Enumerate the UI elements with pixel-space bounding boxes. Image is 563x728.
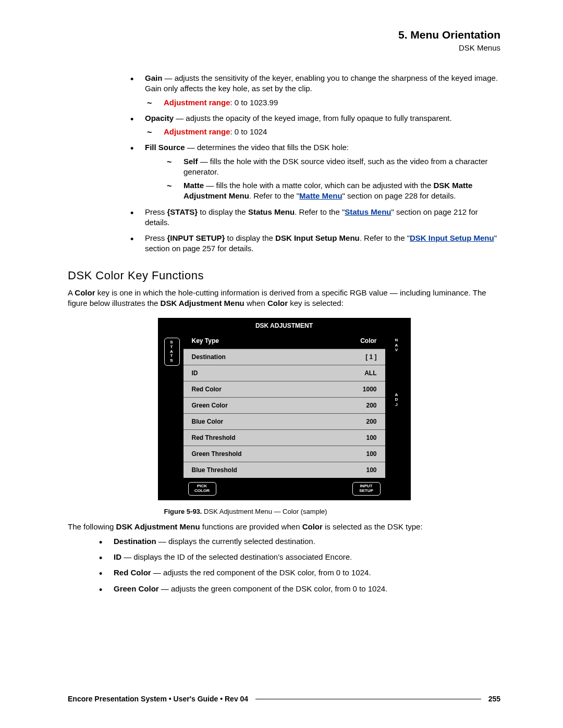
- val: 100: [366, 466, 376, 474]
- caption-text: DSK Adjustment Menu — Color (sample): [202, 508, 327, 515]
- t: Green Color: [114, 584, 159, 593]
- stats-button[interactable]: S T A T S: [164, 338, 180, 366]
- figure-caption: Figure 5-93. DSK Adjustment Menu — Color…: [164, 508, 411, 515]
- lbl: Blue Color: [192, 418, 224, 425]
- p3: . Refer to the ": [360, 233, 410, 242]
- row-id: IDALL: [183, 365, 385, 381]
- desc: — determines the video that fills the DS…: [185, 143, 349, 152]
- p2: to display the: [225, 233, 275, 242]
- bullet-red-color: Red Color — adjusts the red component of…: [99, 567, 500, 578]
- d: — displays the currently selected destin…: [156, 537, 315, 546]
- bullet-destination: Destination — displays the currently sel…: [99, 536, 500, 547]
- d: — adjusts the red component of the DSK c…: [151, 568, 371, 577]
- term: Self: [183, 157, 198, 166]
- t1: A: [68, 288, 75, 297]
- lbl: Red Threshold: [192, 434, 236, 441]
- bullet-list: Gain — adjusts the sensitivity of the ke…: [68, 73, 500, 254]
- t: Destination: [114, 537, 156, 546]
- desc: — fills the hole with the DSK source vid…: [183, 157, 488, 176]
- desc: — adjusts the sensitivity of the keyer, …: [145, 73, 498, 93]
- row-blue-color: Blue Color200: [183, 413, 385, 429]
- footer-text: Encore Presentation System • User's Guid…: [68, 695, 248, 703]
- pick-color-button[interactable]: PICK COLOR: [188, 482, 216, 496]
- val: 100: [366, 434, 376, 441]
- menu-title: DSK ADJUSTMENT: [161, 321, 408, 332]
- b2: DSK Input Setup Menu: [275, 233, 360, 242]
- row-blue-threshold: Blue Threshold100: [183, 462, 385, 478]
- t4: key is selected:: [288, 299, 344, 307]
- bullet-green-color: Green Color — adjusts the green componen…: [99, 584, 500, 594]
- d: — adjusts the green component of the DSK…: [159, 584, 388, 593]
- adj-value: : 0 to 1023.99: [230, 98, 278, 107]
- page-number: 255: [488, 695, 500, 703]
- term: Gain: [145, 73, 162, 82]
- row-green-color: Green Color200: [183, 397, 385, 413]
- p3: is selected as the DSK type:: [323, 522, 423, 531]
- page-header: 5. Menu Orientation DSK Menus: [68, 29, 500, 52]
- lbl: Destination: [192, 353, 226, 361]
- section-intro: A Color key is one in which the hole-cut…: [68, 288, 500, 309]
- lbl: Green Color: [192, 402, 228, 409]
- d2: . Refer to the ": [249, 191, 299, 200]
- p1: Press: [145, 233, 167, 242]
- header-subtitle: DSK Menus: [68, 43, 500, 52]
- fill-matte: Matte — fills the hole with a matte colo…: [145, 180, 500, 202]
- p1: Press: [145, 207, 167, 216]
- term: Opacity: [145, 114, 174, 122]
- lbl: Green Threshold: [192, 450, 242, 458]
- bullet-stats: Press {STATS} to display the Status Menu…: [130, 207, 500, 228]
- opacity-adjustment: Adjustment range: 0 to 1024: [145, 127, 500, 137]
- t3: when: [244, 299, 267, 307]
- t: Red Color: [114, 568, 151, 577]
- b2: Color: [302, 522, 323, 531]
- lbl: Red Color: [192, 386, 222, 393]
- post-bullet-list: Destination — displays the currently sel…: [68, 536, 500, 594]
- val: 100: [366, 450, 376, 458]
- term: Matte: [183, 181, 204, 190]
- adj-label: Adjustment range: [164, 98, 230, 107]
- row-destination: Destination[ 1 ]: [183, 349, 385, 365]
- section-title: DSK Color Key Functions: [68, 269, 500, 282]
- val: Color: [360, 337, 376, 344]
- bullet-gain: Gain — adjusts the sensitivity of the ke…: [130, 73, 500, 108]
- input-setup-button[interactable]: INPUT SETUP: [352, 482, 381, 496]
- d1: — fills the hole with a matte color, whi…: [204, 181, 433, 190]
- nav-label: N A V: [395, 338, 398, 353]
- b1: Color: [75, 288, 95, 297]
- adj-label: A D J: [395, 392, 398, 408]
- header-title: 5. Menu Orientation: [68, 29, 500, 41]
- b1: {STATS}: [167, 207, 198, 216]
- fill-self: Self — fills the hole with the DSK sourc…: [145, 156, 500, 178]
- term: Fill Source: [145, 143, 185, 152]
- val: 1000: [363, 386, 377, 393]
- p1: The following: [68, 522, 116, 531]
- row-red-threshold: Red Threshold100: [183, 429, 385, 446]
- lbl: Blue Threshold: [192, 466, 237, 474]
- row-green-threshold: Green Threshold100: [183, 446, 385, 462]
- b2: DSK Adjustment Menu: [161, 299, 244, 307]
- matte-menu-link[interactable]: Matte Menu: [299, 191, 342, 200]
- t: ID: [114, 552, 121, 561]
- bullet-input-setup: Press {INPUT SETUP} to display the DSK I…: [130, 233, 500, 254]
- menu-right-col: N A V A D J: [386, 332, 408, 478]
- d3: " section on page 228 for details.: [342, 191, 456, 200]
- desc: — adjusts the opacity of the keyed image…: [174, 114, 452, 122]
- p2: functions are provided when: [200, 522, 302, 531]
- row-red-color: Red Color1000: [183, 381, 385, 397]
- adj-label: Adjustment range: [164, 127, 230, 136]
- footer-rule: [255, 699, 481, 699]
- val: ALL: [364, 369, 376, 377]
- p2: to display the: [198, 207, 248, 216]
- d: — displays the ID of the selected destin…: [121, 552, 352, 561]
- adj-value: : 0 to 1024: [230, 127, 267, 136]
- val: 200: [366, 402, 376, 409]
- dsk-input-setup-link[interactable]: DSK Input Setup Menu: [410, 233, 494, 242]
- b1: {INPUT SETUP}: [167, 233, 225, 242]
- b2: Status Menu: [248, 207, 295, 216]
- status-menu-link[interactable]: Status Menu: [345, 207, 391, 216]
- caption-bold: Figure 5-93.: [164, 508, 202, 515]
- lbl: ID: [192, 369, 198, 377]
- b3: Color: [267, 299, 288, 307]
- val: [ 1 ]: [365, 353, 376, 361]
- b1: DSK Adjustment Menu: [116, 522, 200, 531]
